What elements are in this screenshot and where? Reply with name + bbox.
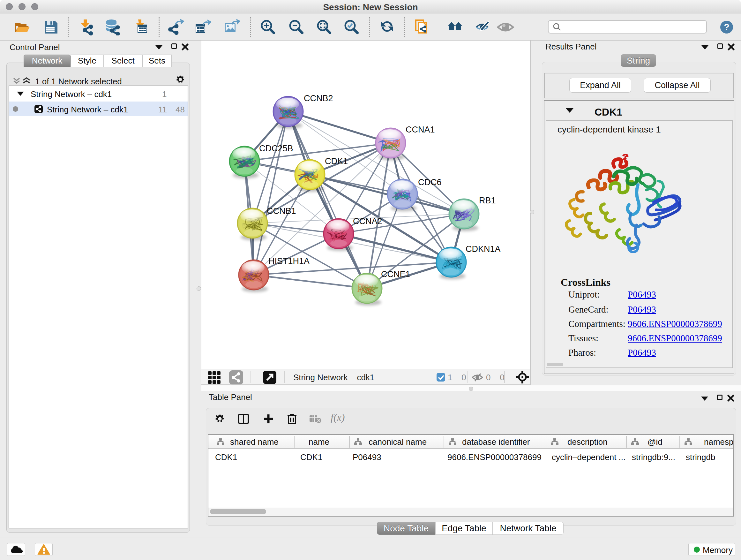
- svg-text:CCNA1: CCNA1: [406, 125, 435, 134]
- svg-text:RB1: RB1: [479, 196, 496, 205]
- svg-text:CCNA2: CCNA2: [353, 216, 382, 226]
- svg-text:?: ?: [724, 22, 729, 32]
- svg-text:HIST1H1A: HIST1H1A: [268, 256, 310, 266]
- svg-text:CDKN1A: CDKN1A: [466, 244, 501, 254]
- svg-text:CDC25B: CDC25B: [259, 144, 293, 153]
- svg-text:CCNE1: CCNE1: [381, 269, 410, 279]
- svg-text:CDC6: CDC6: [418, 178, 442, 187]
- svg-text:CDK1: CDK1: [325, 157, 348, 166]
- svg-text:CCNB1: CCNB1: [267, 206, 296, 216]
- svg-text:CCNB2: CCNB2: [304, 94, 333, 103]
